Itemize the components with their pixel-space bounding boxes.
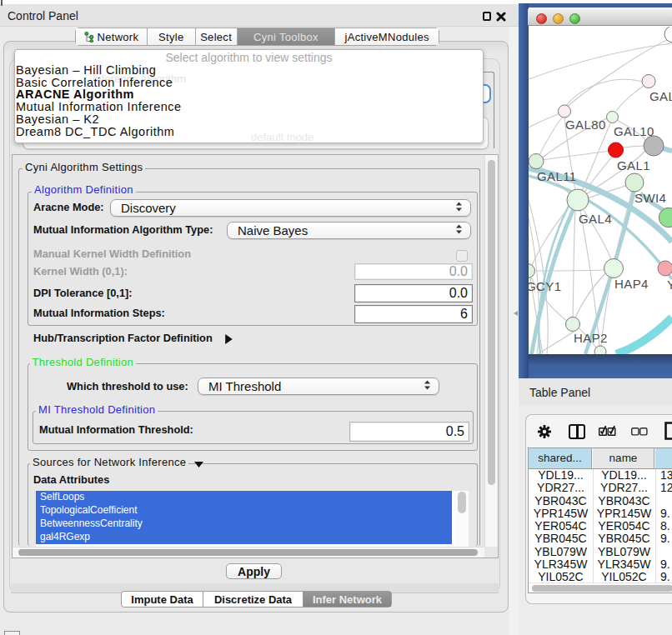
- svg-text:GAL: GAL: [649, 89, 672, 103]
- svg-text:GCY1: GCY1: [529, 279, 561, 293]
- svg-text:GAL4: GAL4: [579, 212, 612, 226]
- svg-text:GAL11: GAL11: [537, 169, 577, 183]
- svg-text:GAL10: GAL10: [614, 124, 654, 138]
- svg-text:GAL1: GAL1: [617, 158, 650, 172]
- svg-text:HAP4: HAP4: [614, 277, 649, 291]
- svg-text:SWI4: SWI4: [634, 191, 666, 205]
- svg-text:Y: Y: [667, 278, 672, 292]
- svg-text:GAL80: GAL80: [565, 118, 606, 132]
- svg-text:HAP2: HAP2: [574, 331, 608, 345]
